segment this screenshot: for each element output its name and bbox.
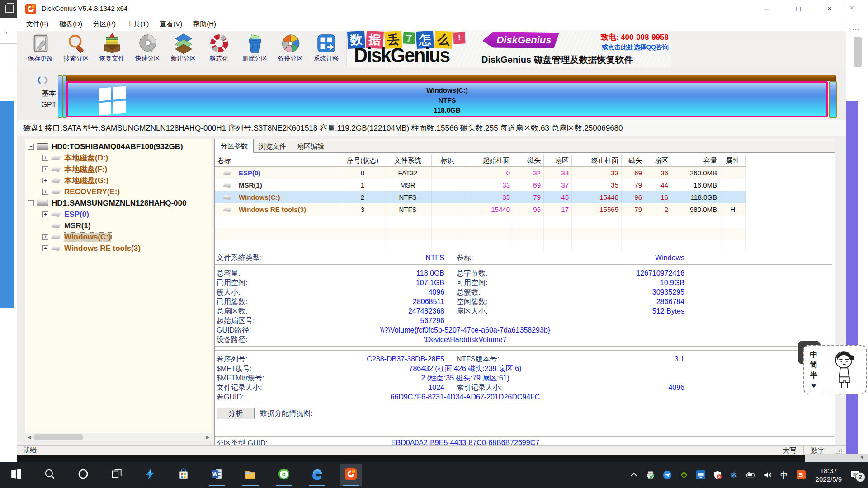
menu-item-1[interactable]: 磁盘(D) — [59, 20, 82, 28]
table-row[interactable]: ESP(0)0FAT3203233336936260.0MB — [215, 167, 746, 179]
volume-name-cell[interactable]: ESP(0) — [215, 167, 341, 179]
column-header[interactable]: 卷标 — [215, 155, 341, 166]
toolbar-new-partition-button[interactable]: 新建分区 — [165, 31, 201, 67]
taskbar-start-button[interactable] — [5, 464, 27, 486]
column-header[interactable]: 起始柱面 — [463, 155, 513, 166]
tree-item[interactable]: MSR(1) — [25, 220, 212, 231]
volume-name-cell[interactable]: Windows(C:) — [215, 191, 341, 203]
tree-horizontal-scrollbar[interactable]: ◀ ▶ — [25, 433, 212, 441]
tree-item[interactable]: + Windows RE tools(3) — [25, 243, 212, 254]
table-row[interactable]: Windows(C:)2NTFS357945154409616118.0GB — [215, 191, 746, 203]
ime-language-indicator[interactable]: 中 — [779, 470, 789, 480]
next-disk-icon[interactable]: ❯ — [43, 75, 49, 83]
analyze-button[interactable]: 分析 — [217, 408, 255, 419]
taskbar-store[interactable] — [173, 464, 194, 486]
expand-icon[interactable]: + — [42, 166, 48, 172]
column-header[interactable]: 属性 — [720, 155, 746, 166]
column-header[interactable]: 磁头 — [622, 155, 645, 166]
column-header[interactable]: 终止柱面 — [572, 155, 622, 166]
expand-icon[interactable]: + — [42, 178, 48, 183]
scroll-left-icon[interactable]: ◀ — [25, 433, 33, 441]
minimize-button[interactable]: – — [757, 2, 777, 16]
battery-icon[interactable] — [746, 470, 756, 480]
disk-nav-arrows[interactable]: ❮❯ — [36, 75, 49, 84]
background-scrollbar-thumb[interactable] — [854, 37, 862, 67]
collapse-icon[interactable]: − — [28, 144, 34, 150]
menu-item-5[interactable]: 帮助(H) — [193, 20, 216, 28]
column-header[interactable]: 序号(状态) — [341, 155, 384, 166]
menu-item-3[interactable]: 工具(T) — [127, 20, 149, 28]
ad-banner[interactable]: 数据丢了怎么! DiskGenius DiskGenius 致电: 400-00… — [346, 30, 671, 67]
tab-2[interactable]: 扇区编辑 — [292, 141, 330, 152]
messenger-icon[interactable] — [662, 470, 672, 480]
expand-icon[interactable]: + — [42, 155, 48, 161]
tree-item[interactable]: − HD1:SAMSUNGMZNLN128HAHQ-000 — [25, 197, 212, 209]
column-header[interactable]: 容量 — [671, 155, 720, 166]
taskbar-browser-360[interactable]: e — [273, 464, 295, 486]
column-header[interactable]: 文件系统 — [384, 155, 432, 166]
column-header[interactable]: 磁头 — [513, 155, 544, 166]
taskbar-cortana[interactable] — [72, 464, 94, 486]
taskbar-edge[interactable] — [307, 464, 328, 486]
tab-0[interactable]: 分区参数 — [215, 139, 254, 153]
taskbar-search[interactable] — [39, 464, 61, 486]
partition-block-windows-c[interactable]: Windows(C:) NTFS 118.0GB — [66, 81, 828, 117]
taskbar-diskgenius[interactable] — [340, 464, 362, 486]
scroll-right-icon[interactable]: ▶ — [203, 433, 212, 441]
tree-item[interactable]: + 本地磁盘(D:) — [25, 152, 212, 164]
ime-mode-label[interactable]: 中 — [810, 349, 818, 360]
menu-item-2[interactable]: 分区(P) — [93, 20, 116, 28]
tree-item[interactable]: + 本地磁盘(F:) — [25, 164, 212, 175]
ime-floating-widget[interactable]: 中简半♥ — [803, 343, 868, 395]
volume-name-cell[interactable]: Windows RE tools(3) — [215, 203, 341, 216]
snowflake-icon[interactable]: ❄ — [729, 470, 739, 480]
tab-1[interactable]: 浏览文件 — [254, 141, 292, 152]
taskbar-word[interactable]: W — [206, 464, 228, 486]
toolbar-search-partition-button[interactable]: 搜索分区 — [58, 31, 94, 67]
tree-item[interactable]: + Windows(C:) — [25, 231, 212, 243]
expand-icon[interactable]: + — [42, 245, 48, 251]
ime-mode-label[interactable]: 半 — [810, 370, 818, 380]
tree-item[interactable]: + ESP(0) — [25, 209, 212, 220]
taskbar-file-explorer[interactable] — [240, 464, 261, 486]
scrollbar-track[interactable] — [33, 433, 203, 441]
toolbar-backup-partition-button[interactable]: 备份分区 — [273, 31, 308, 67]
tray-chevron-icon[interactable] — [629, 470, 639, 480]
expand-icon[interactable]: + — [42, 234, 48, 240]
toolbar-save-changes-button[interactable]: 保存更改 — [23, 31, 58, 67]
close-button[interactable]: × — [820, 2, 840, 16]
partition-block-esp[interactable] — [58, 75, 62, 118]
notification-center-icon[interactable]: 2 — [850, 469, 862, 480]
toolbar-quick-partition-button[interactable]: 快速分区 — [130, 31, 165, 67]
scrollbar-thumb[interactable] — [33, 434, 83, 440]
column-header[interactable]: 扇区 — [544, 155, 572, 166]
back-arrow-icon[interactable]: ← — [4, 25, 14, 37]
maximize-button[interactable]: □ — [788, 2, 808, 16]
column-header[interactable]: 标识 — [432, 155, 463, 166]
taskbar-task-view[interactable] — [106, 464, 127, 486]
partition-block-windows-re[interactable] — [829, 81, 837, 118]
table-row[interactable]: MSR(1)1MSR33693735794416.0MB — [215, 179, 746, 191]
tree-item[interactable]: − HD0:TOSHIBAMQ04ABF100(932GB) — [25, 141, 212, 152]
ime-mode-label[interactable]: ♥ — [811, 380, 816, 391]
security-shield-icon[interactable] — [712, 470, 722, 480]
intel-graphics-icon[interactable] — [696, 470, 706, 480]
sogou-input-icon[interactable]: S — [797, 470, 806, 479]
volume-icon[interactable] — [763, 470, 773, 480]
ime-mode-label[interactable]: 简 — [810, 360, 818, 370]
toolbar-delete-partition-button[interactable]: 删除分区 — [237, 31, 273, 67]
toolbar-recover-files-button[interactable]: 恢复文件 — [94, 31, 130, 67]
column-header[interactable]: 扇区 — [645, 155, 671, 166]
taskbar-flash-app[interactable] — [139, 464, 161, 486]
toolbar-system-migration-button[interactable]: 系统迁移 — [308, 31, 344, 67]
prev-disk-icon[interactable]: ❮ — [36, 75, 42, 83]
printer-icon[interactable] — [646, 470, 656, 480]
expand-icon[interactable]: + — [42, 189, 48, 195]
table-row[interactable]: Windows RE tools(3)3NTFS1544096171556579… — [215, 203, 746, 216]
banner-qq-link[interactable]: 或点击此处选择QQ咨询 — [582, 43, 669, 52]
expand-icon[interactable]: + — [42, 211, 48, 217]
tree-item[interactable]: + 本地磁盘(G:) — [25, 175, 212, 186]
volume-name-cell[interactable]: MSR(1) — [215, 179, 341, 191]
tree-item[interactable]: + RECOVERY(E:) — [25, 186, 212, 197]
menu-item-4[interactable]: 查看(V) — [160, 20, 182, 28]
